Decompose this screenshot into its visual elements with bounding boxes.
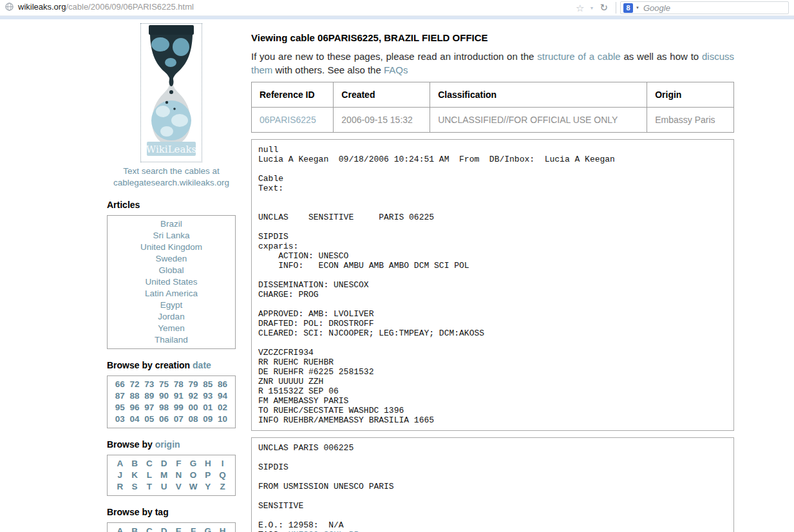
article-link[interactable]: Sri Lanka	[108, 230, 235, 242]
year-link[interactable]: 75	[156, 379, 171, 390]
year-link[interactable]: 91	[171, 390, 186, 402]
google-search-engine-icon[interactable]: 8	[623, 3, 633, 13]
year-link[interactable]: 00	[186, 402, 201, 413]
structure-of-a-cable-link[interactable]: structure of a cable	[537, 51, 620, 62]
article-link[interactable]: Latin America	[108, 288, 235, 299]
year-link[interactable]: 88	[128, 390, 142, 402]
sidebar: WikiLeaks Text search the cables at cabl…	[107, 23, 236, 532]
article-link[interactable]: Sweden	[108, 253, 235, 265]
year-link[interactable]: 73	[142, 379, 157, 390]
date-link[interactable]: date	[193, 360, 211, 370]
origin-letter-link[interactable]: K	[128, 470, 142, 481]
tag-letter-link[interactable]: C	[142, 526, 157, 532]
article-link[interactable]: Brazil	[108, 218, 235, 230]
url-path: /cable/2006/09/06PARIS6225.html	[66, 2, 194, 12]
creation-year-grid: 6672737578798586878889909192939495969798…	[107, 375, 236, 428]
origin-letter-link[interactable]: P	[201, 470, 216, 481]
year-link[interactable]: 99	[171, 402, 186, 413]
year-link[interactable]: 66	[113, 379, 128, 390]
year-link[interactable]: 05	[142, 413, 157, 425]
search-engine-dropdown-icon[interactable]: ▼	[633, 6, 642, 10]
year-link[interactable]: 92	[186, 390, 201, 402]
origin-letter-link[interactable]: B	[128, 458, 142, 470]
origin-letter-grid: ABCDFGHIJKLMNOPQRSTUVWYZ	[107, 455, 236, 496]
origin-letter-link[interactable]: N	[171, 470, 186, 481]
origin-letter-link[interactable]: G	[186, 458, 201, 470]
tag-letter-link[interactable]: G	[201, 526, 216, 532]
origin-letter-link[interactable]: I	[215, 458, 230, 470]
year-link[interactable]: 09	[201, 413, 216, 425]
origin-letter-link[interactable]: D	[156, 458, 171, 470]
search-input[interactable]	[642, 3, 786, 14]
year-link[interactable]: 04	[128, 413, 142, 425]
year-link[interactable]: 02	[215, 402, 230, 413]
origin-letter-link[interactable]: T	[142, 481, 157, 493]
year-link[interactable]: 01	[201, 402, 216, 413]
browse-tag-heading: Browse by tag	[107, 507, 236, 517]
origin-letter-link[interactable]: Z	[215, 481, 230, 493]
tag-letter-link[interactable]: D	[156, 526, 171, 532]
year-link[interactable]: 97	[142, 402, 157, 413]
reference-id-link[interactable]: 06PARIS6225	[260, 115, 316, 125]
origin-letter-link[interactable]: A	[113, 458, 128, 470]
origin-letter-link[interactable]: V	[171, 481, 186, 493]
year-link[interactable]: 85	[201, 379, 216, 390]
origin-letter-link[interactable]: S	[128, 481, 142, 493]
article-link[interactable]: United Kingdom	[108, 242, 235, 253]
tag-letter-link[interactable]: F	[186, 526, 201, 532]
origin-letter-link[interactable]: Y	[201, 481, 216, 493]
origin-letter-link[interactable]: U	[156, 481, 171, 493]
tag-letter-link[interactable]: B	[128, 526, 142, 532]
year-link[interactable]: 08	[186, 413, 201, 425]
wikileaks-logo[interactable]: WikiLeaks	[140, 23, 202, 162]
year-link[interactable]: 07	[171, 413, 186, 425]
origin-letter-link[interactable]: Q	[215, 470, 230, 481]
origin-letter-link[interactable]: J	[113, 470, 128, 481]
origin-letter-link[interactable]: L	[142, 470, 157, 481]
origin-link[interactable]: origin	[155, 439, 180, 450]
cable-metadata-table: Reference ID Created Classification Orig…	[251, 82, 734, 133]
year-link[interactable]: 86	[215, 379, 230, 390]
year-link[interactable]: 10	[215, 413, 230, 425]
tag-letter-link[interactable]: A	[113, 526, 128, 532]
toolbar-bottom-strip	[0, 15, 794, 19]
article-link[interactable]: Jordan	[108, 311, 235, 323]
year-link[interactable]: 98	[156, 402, 171, 413]
toolbar-divider	[616, 2, 616, 14]
origin-letter-link[interactable]: H	[201, 458, 216, 470]
year-link[interactable]: 90	[156, 390, 171, 402]
tag-letter-link[interactable]: E	[171, 526, 186, 532]
bookmark-dropdown-icon[interactable]: ▼	[587, 6, 596, 10]
origin-letter-link[interactable]: M	[156, 470, 171, 481]
article-link[interactable]: Thailand	[108, 334, 235, 346]
year-link[interactable]: 94	[215, 390, 230, 402]
tag-letter-link[interactable]: H	[215, 526, 230, 532]
bookmark-star-icon[interactable]: ☆	[572, 3, 587, 13]
address-bar[interactable]: wikileaks.org/cable/2006/09/06PARIS6225.…	[18, 2, 194, 12]
origin-letter-link[interactable]: O	[186, 470, 201, 481]
year-link[interactable]: 06	[156, 413, 171, 425]
year-link[interactable]: 96	[128, 402, 142, 413]
article-link[interactable]: United States	[108, 276, 235, 288]
origin-letter-link[interactable]: R	[113, 481, 128, 493]
year-link[interactable]: 89	[142, 390, 157, 402]
year-link[interactable]: 03	[113, 413, 128, 425]
year-link[interactable]: 95	[113, 402, 128, 413]
year-link[interactable]: 78	[171, 379, 186, 390]
cablegatesearch-link[interactable]: Text search the cables at cablegatesearc…	[107, 166, 236, 189]
article-link[interactable]: Global	[108, 265, 235, 276]
search-box[interactable]: 8 ▼	[620, 1, 789, 14]
faqs-link[interactable]: FAQs	[384, 64, 408, 75]
year-link[interactable]: 79	[186, 379, 201, 390]
origin-letter-link[interactable]: W	[186, 481, 201, 493]
article-link[interactable]: Yemen	[108, 323, 235, 334]
intro-paragraph: If you are new to these pages, please re…	[251, 50, 734, 77]
reload-icon[interactable]: ↻	[596, 2, 612, 14]
year-link[interactable]: 87	[113, 390, 128, 402]
origin-letter-link[interactable]: F	[171, 458, 186, 470]
page-title: Viewing cable 06PARIS6225, BRAZIL FIELD …	[251, 32, 734, 43]
year-link[interactable]: 93	[201, 390, 216, 402]
article-link[interactable]: Egypt	[108, 299, 235, 311]
origin-letter-link[interactable]: C	[142, 458, 157, 470]
year-link[interactable]: 72	[128, 379, 142, 390]
